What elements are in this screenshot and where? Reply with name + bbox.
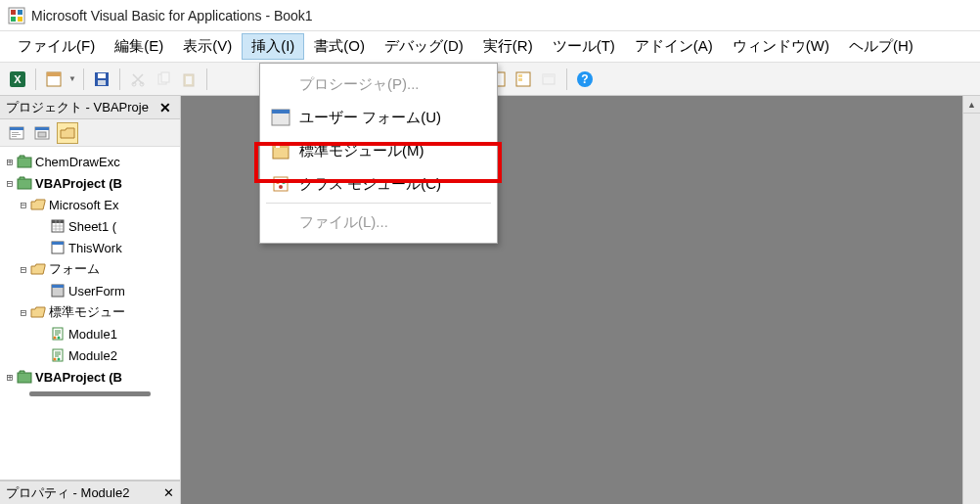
menu-item-classmodule[interactable]: クラス モジュール(C)	[260, 167, 497, 201]
module-icon	[49, 348, 67, 362]
vertical-scrollbar[interactable]: ▲	[962, 96, 980, 504]
separator	[83, 69, 84, 90]
svg-rect-4	[18, 17, 22, 22]
tree-node-msexcel[interactable]: ⊟ Microsoft Ex	[0, 194, 180, 215]
expand-icon[interactable]: ⊞	[4, 371, 16, 384]
svg-rect-3	[11, 17, 16, 22]
svg-rect-22	[518, 74, 522, 77]
menu-bar: ファイル(F) 編集(E) 表示(V) 挿入(I) 書式(O) デバッグ(D) …	[0, 31, 980, 63]
module-icon	[268, 140, 293, 161]
svg-rect-37	[18, 179, 31, 189]
tree-scroll-thumb[interactable]	[29, 391, 151, 396]
svg-point-49	[58, 358, 61, 361]
svg-rect-25	[543, 74, 555, 77]
toggle-folders-button[interactable]	[57, 122, 78, 144]
svg-rect-43	[52, 285, 64, 288]
tree-node-sheet1[interactable]: Sheet1 (	[0, 215, 180, 237]
object-browser-button[interactable]	[537, 68, 560, 91]
separator	[119, 69, 120, 90]
svg-rect-34	[35, 127, 49, 130]
svg-rect-10	[98, 73, 106, 78]
svg-text:?: ?	[581, 72, 588, 86]
worksheet-icon	[49, 219, 67, 233]
svg-rect-55	[276, 145, 280, 148]
project-panel-toolbar	[0, 119, 180, 147]
tree-node-vbaproject-2[interactable]: ⊞ VBAProject (B	[0, 366, 180, 388]
save-button[interactable]	[90, 68, 113, 91]
userform-icon	[49, 284, 67, 298]
folder-open-icon	[29, 262, 47, 276]
svg-rect-15	[161, 72, 169, 82]
workbook-icon	[49, 241, 67, 254]
svg-rect-39	[52, 220, 64, 223]
svg-rect-1	[11, 10, 16, 15]
cut-button[interactable]	[126, 68, 150, 91]
file-icon	[268, 211, 293, 233]
svg-rect-2	[18, 10, 22, 15]
properties-panel-header: プロパティ - Module2 ✕	[0, 481, 180, 504]
help-button[interactable]: ?	[573, 68, 597, 91]
menu-view[interactable]: 表示(V)	[173, 33, 242, 60]
svg-rect-29	[10, 127, 23, 130]
properties-window-button[interactable]	[512, 68, 535, 91]
menu-window[interactable]: ウィンドウ(W)	[723, 33, 839, 60]
title-bar: Microsoft Visual Basic for Applications …	[0, 0, 980, 31]
tree-node-thiswork[interactable]: ThisWork	[0, 237, 180, 258]
svg-rect-35	[38, 132, 46, 137]
collapse-icon[interactable]: ⊟	[4, 177, 16, 190]
tree-node-forms[interactable]: ⊟ フォーム	[0, 258, 180, 280]
collapse-icon[interactable]: ⊟	[18, 306, 29, 319]
userform-icon	[268, 107, 293, 128]
insert-button[interactable]	[42, 68, 66, 91]
menu-separator	[266, 203, 491, 204]
insert-dropdown: プロシージャ(P)... ユーザー フォーム(U) 標準モジュール(M) クラス…	[259, 63, 498, 244]
menu-item-userform[interactable]: ユーザー フォーム(U)	[260, 101, 497, 134]
view-object-button[interactable]	[31, 122, 53, 144]
menu-insert[interactable]: 挿入(I)	[242, 33, 304, 60]
svg-text:X: X	[14, 73, 22, 85]
collapse-icon[interactable]: ⊟	[18, 263, 29, 276]
menu-item-module[interactable]: 標準モジュール(M)	[260, 134, 497, 167]
svg-point-59	[279, 185, 283, 189]
view-code-button[interactable]	[6, 122, 27, 144]
menu-help[interactable]: ヘルプ(H)	[839, 33, 923, 60]
svg-point-45	[54, 337, 57, 340]
menu-file[interactable]: ファイル(F)	[8, 33, 105, 60]
expand-icon[interactable]: ⊞	[4, 156, 16, 168]
insert-dropdown-icon[interactable]: ▼	[67, 74, 77, 83]
menu-edit[interactable]: 編集(E)	[105, 33, 173, 60]
menu-format[interactable]: 書式(O)	[304, 33, 375, 60]
collapse-icon[interactable]: ⊟	[18, 199, 29, 211]
paste-button[interactable]	[177, 68, 200, 91]
svg-rect-32	[12, 136, 17, 137]
tree-node-vbaproject-1[interactable]: ⊟ VBAProject (B	[0, 172, 180, 194]
tree-node-userform[interactable]: UserForm	[0, 280, 180, 301]
folder-open-icon	[29, 198, 47, 211]
window-title: Microsoft Visual Basic for Applications …	[31, 8, 313, 23]
menu-debug[interactable]: デバッグ(D)	[375, 33, 473, 60]
svg-point-46	[58, 337, 61, 340]
menu-run[interactable]: 実行(R)	[473, 33, 543, 60]
close-icon[interactable]: ✕	[156, 100, 174, 115]
separator	[566, 69, 567, 90]
project-icon	[16, 370, 33, 384]
svg-point-48	[54, 358, 57, 361]
project-panel-header: プロジェクト - VBAProje ✕	[0, 96, 180, 119]
tree-node-module1[interactable]: Module1	[0, 323, 180, 344]
module-icon	[49, 327, 67, 341]
menu-item-file: ファイル(L)...	[260, 206, 497, 239]
menu-tools[interactable]: ツール(T)	[543, 33, 625, 60]
project-icon	[16, 176, 33, 190]
project-tree[interactable]: ⊞ ChemDrawExc ⊟ VBAProject (B ⊟ Microsof…	[0, 147, 180, 481]
scroll-up-icon[interactable]: ▲	[963, 96, 980, 114]
procedure-icon	[268, 73, 293, 95]
tree-node-module2[interactable]: Module2	[0, 344, 180, 366]
copy-button[interactable]	[152, 68, 175, 91]
menu-addins[interactable]: アドイン(A)	[625, 33, 723, 60]
svg-rect-17	[186, 76, 192, 84]
svg-rect-41	[52, 242, 64, 245]
close-icon[interactable]: ✕	[163, 485, 174, 500]
tree-node-chemdraw[interactable]: ⊞ ChemDrawExc	[0, 151, 180, 172]
view-excel-button[interactable]: X	[6, 68, 29, 91]
tree-node-modules[interactable]: ⊟ 標準モジュー	[0, 301, 180, 323]
